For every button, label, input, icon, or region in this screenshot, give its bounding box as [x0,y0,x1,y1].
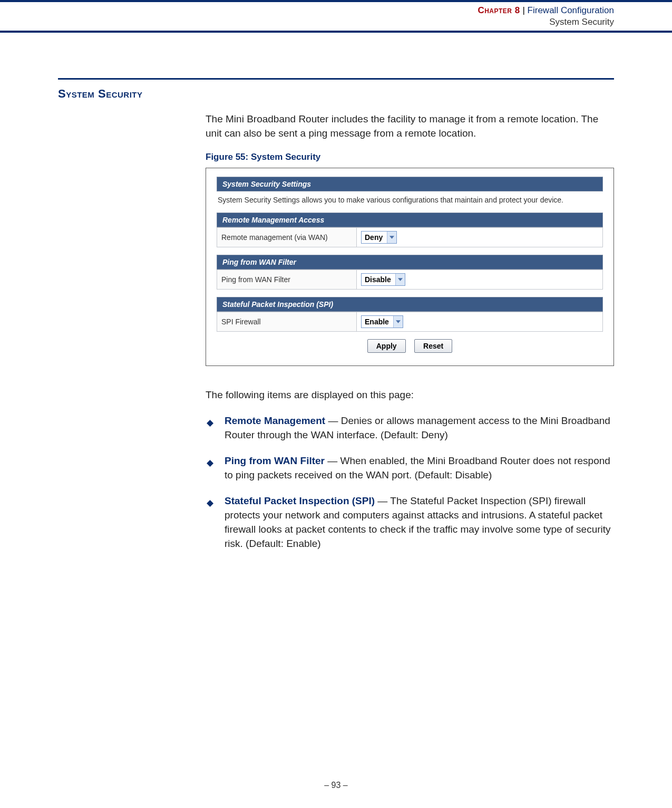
page-header: Chapter 8 | Firewall Configuration Syste… [0,0,672,33]
panel-title: System Security Settings [217,177,603,191]
items-intro: The following items are displayed on thi… [206,388,614,402]
chapter-title: Firewall Configuration [528,5,614,15]
figure-box: System Security Settings System Security… [206,168,614,366]
intro-paragraph: The Mini Broadband Router includes the f… [206,112,614,140]
section-heading: System Security [58,87,614,101]
list-item: ◆ Ping from WAN Filter — When enabled, t… [206,454,614,483]
panel-row: Remote management (via WAN) Deny [217,227,603,247]
chapter-divider: | [520,5,528,15]
panel-row: SPI Firewall Enable [217,312,603,332]
figure-caption: Figure 55: System Security [206,152,614,162]
chapter-line: Chapter 8 | Firewall Configuration [0,5,614,16]
panel-desc: System Security Settings allows you to m… [217,191,603,205]
panel-title: Stateful Packet Inspection (SPI) [217,297,603,312]
diamond-bullet-icon: ◆ [207,417,213,429]
select-value: Disable [362,275,395,284]
reset-button[interactable]: Reset [414,339,452,353]
field-label: Ping from WAN Filter [217,270,357,290]
panel-title: Remote Management Access [217,213,603,227]
panel-remote-management: Remote Management Access Remote manageme… [217,213,603,247]
section-rule [58,78,614,80]
list-item: ◆ Remote Management — Denies or allows m… [206,414,614,443]
item-title: Stateful Packet Inspection (SPI) [225,495,375,506]
chapter-label: Chapter 8 [478,5,520,15]
chevron-down-icon [393,316,403,328]
list-item: ◆ Stateful Packet Inspection (SPI) — The… [206,494,614,551]
spi-select[interactable]: Enable [361,315,403,328]
field-label: SPI Firewall [217,312,357,332]
select-value: Deny [362,233,387,242]
chapter-subtitle: System Security [0,17,614,27]
item-title: Remote Management [225,415,325,426]
diamond-bullet-icon: ◆ [207,457,213,469]
item-list: ◆ Remote Management — Denies or allows m… [206,414,614,551]
button-row: Apply Reset [217,339,603,353]
ping-wan-select[interactable]: Disable [361,273,405,286]
chevron-down-icon [387,232,396,243]
panel-ping-wan: Ping from WAN Filter Ping from WAN Filte… [217,255,603,290]
item-title: Ping from WAN Filter [225,455,325,466]
chevron-down-icon [395,274,405,285]
panel-row: Ping from WAN Filter Disable [217,270,603,290]
field-label: Remote management (via WAN) [217,228,357,247]
apply-button[interactable]: Apply [367,339,406,353]
panel-spi: Stateful Packet Inspection (SPI) SPI Fir… [217,297,603,332]
panel-title: Ping from WAN Filter [217,255,603,270]
remote-management-select[interactable]: Deny [361,231,397,244]
panel-system-security: System Security Settings System Security… [217,177,603,205]
diamond-bullet-icon: ◆ [207,497,213,509]
select-value: Enable [362,318,393,326]
page-number: – 93 – [0,781,672,790]
